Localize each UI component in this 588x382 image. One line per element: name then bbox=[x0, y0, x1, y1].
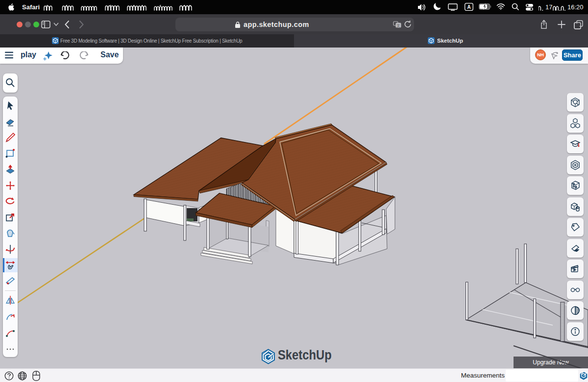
svg-text:文: 文 bbox=[397, 24, 400, 27]
svg-text:A: A bbox=[467, 4, 470, 10]
